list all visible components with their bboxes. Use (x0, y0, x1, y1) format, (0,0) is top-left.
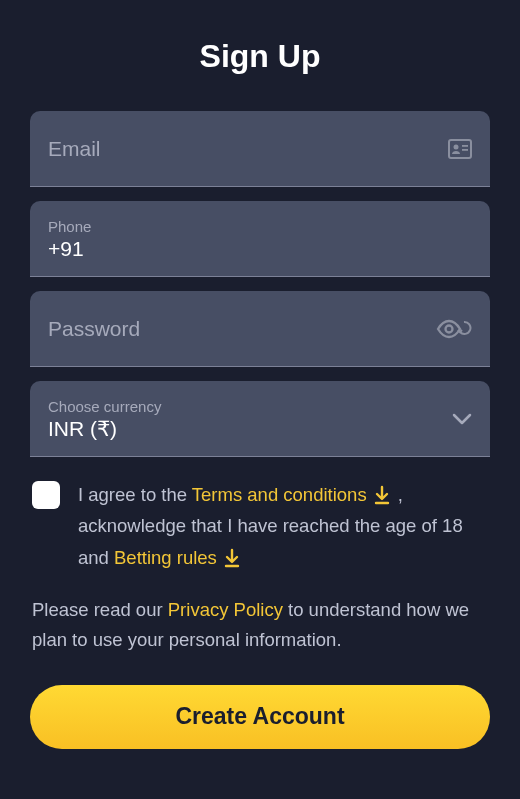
svg-point-4 (446, 325, 453, 332)
consent-row: I agree to the Terms and conditions , ac… (30, 479, 490, 573)
consent-prefix: I agree to the (78, 484, 192, 505)
eye-generate-icon[interactable] (436, 318, 472, 340)
currency-label: Choose currency (48, 398, 472, 415)
download-icon[interactable] (373, 485, 391, 505)
download-icon[interactable] (223, 548, 241, 568)
email-input[interactable] (48, 137, 472, 161)
password-field-container (30, 291, 490, 367)
privacy-policy-link[interactable]: Privacy Policy (168, 599, 283, 620)
signup-form: Phone Choose currency INR (₹) (30, 111, 490, 457)
password-input[interactable] (48, 317, 472, 341)
currency-field-container[interactable]: Choose currency INR (₹) (30, 381, 490, 457)
email-field-container (30, 111, 490, 187)
privacy-text: Please read our Privacy Policy to unders… (30, 595, 490, 654)
privacy-prefix: Please read our (32, 599, 168, 620)
svg-rect-3 (462, 149, 468, 151)
svg-point-1 (454, 144, 459, 149)
consent-text: I agree to the Terms and conditions , ac… (78, 479, 488, 573)
chevron-down-icon (452, 413, 472, 425)
svg-rect-2 (462, 145, 468, 147)
phone-field-container: Phone (30, 201, 490, 277)
currency-value: INR (₹) (48, 417, 472, 441)
consent-checkbox[interactable] (32, 481, 60, 509)
phone-input[interactable] (48, 237, 472, 261)
phone-label: Phone (48, 218, 472, 235)
id-card-icon (448, 139, 472, 159)
create-account-button[interactable]: Create Account (30, 685, 490, 749)
betting-rules-link[interactable]: Betting rules (114, 547, 217, 568)
page-title: Sign Up (30, 38, 490, 75)
terms-link[interactable]: Terms and conditions (192, 484, 367, 505)
